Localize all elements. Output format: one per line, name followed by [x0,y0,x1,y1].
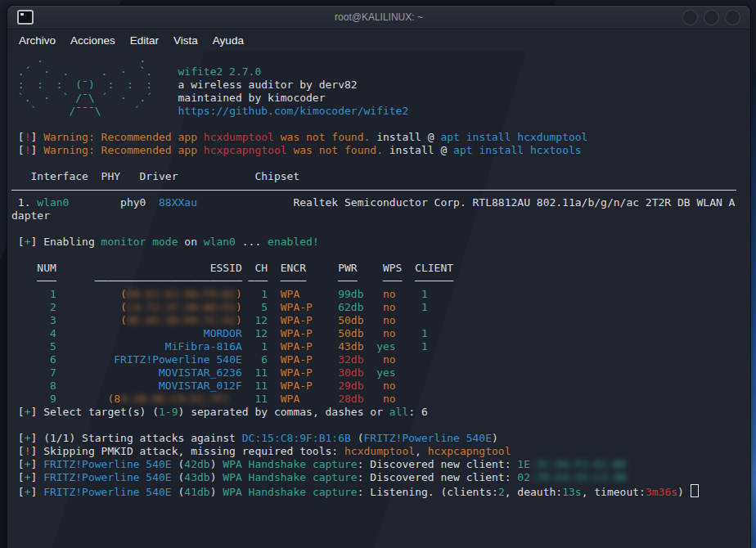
network-row-2: 2 (C4:72:1F:38:AD:E5) 5 WPA-P 62db no 1 [11,301,750,314]
handshake-client-1: [+] FRITZ!Powerline 540E (42db) WPA Hand… [11,458,750,471]
terminal-output: . . .´ · . . · `. wifite2 2.7.0 : : : (¯… [11,52,750,497]
menu-item-archivo[interactable]: Archivo [19,34,56,47]
menubar: ArchivoAccionesEditarVistaAyuda [7,29,750,52]
terminal-window: root@KALILINUX: ~ ArchivoAccionesEditarV… [7,5,751,548]
banner-art-4: `. · ` /¯\ ´ · .´ maintained by kimocode… [11,92,750,105]
window-button-minimize[interactable] [682,10,698,25]
network-table-underline: ─── ─────────────────────── ─── ──── ───… [11,275,750,288]
handshake-listening-status: [+] FRITZ!Powerline 540E (41db) WPA Hand… [11,484,750,497]
banner-art-1: . . [11,52,750,65]
interface-table-separator [11,183,750,196]
warning-hcxpcapngtool: [!] Warning: Recommended app hcxpcapngto… [11,144,750,157]
warning-hcxdumptool: [!] Warning: Recommended app hcxdumptool… [11,131,750,144]
interface-row-wlan0-wrap: dapter [11,209,750,222]
network-row-8: 8 MOVISTAR_012F 11 WPA-P 29db no [11,380,750,393]
monitor-mode-status: [+] Enabling monitor mode on wlan0 ... e… [11,236,750,249]
blank-line [11,419,750,432]
blank-line [11,249,750,262]
window-controls [682,10,750,25]
attack-start-message: [+] (1/1) Starting attacks against DC:15… [11,432,750,445]
menu-item-vista[interactable]: Vista [173,34,198,47]
interface-row-wlan0: 1. wlan0 phy0 88XXau Realtek Semiconduct… [11,196,750,209]
pmkid-skip-warning: [!] Skipping PMKID attack, missing requi… [11,445,750,458]
network-row-6: 6 FRITZ!Powerline 540E 6 WPA-P 32db no [11,353,750,366]
blank-line [11,118,750,131]
titlebar[interactable]: root@KALILINUX: ~ [7,6,750,29]
window-title: root@KALILINUX: ~ [7,11,750,23]
network-row-5: 5 MiFibra-816A 1 WPA-P 43db yes 1 [11,340,750,353]
network-row-1: 1 (D8:61:62:9A:F0:B2) 1 WPA 99db no 1 [11,288,750,301]
window-button-close[interactable] [725,10,740,25]
network-row-7: 7 MOVISTAR_6236 11 WPA-P 30db yes [11,366,750,380]
blank-line [11,222,750,236]
menu-item-ayuda[interactable]: Ayuda [213,34,244,47]
right-edge-strip [750,72,756,548]
interface-table-header: Interface PHY Driver Chipset [11,170,750,183]
network-row-9: 9 (84:2B:0E:C9:D1:7F) 11 WPA 28db no [11,393,750,406]
separator-line [11,190,736,191]
menu-item-acciones[interactable]: Acciones [70,34,115,47]
banner-art-3: : : : (¯) : : : a wireless auditor by de… [11,79,750,92]
network-row-3: 3 (9E:A5:3D:60:7C:42) 12 WPA-P 50db no [11,314,750,327]
terminal-screen[interactable]: . . .´ · . . · `. wifite2 2.7.0 : : : (¯… [7,51,750,548]
network-row-4: 4 MORDOR 12 WPA-P 50db no 1 [11,327,750,340]
banner-art-5: ` /¯¯¯\ ´ https://github.com/kimocoder/w… [11,105,750,118]
select-target-prompt: [+] Select target(s) (1-9) separated by … [11,406,750,419]
banner-art-2: .´ · . . · `. wifite2 2.7.0 [11,65,750,79]
network-table-header: NUM ESSID CH ENCR PWR WPS CLIENT [11,262,750,275]
terminal-cursor [691,484,699,497]
menu-item-editar[interactable]: Editar [130,34,159,47]
handshake-client-2: [+] FRITZ!Powerline 540E (43db) WPA Hand… [11,471,750,484]
blank-line [11,157,750,170]
window-button-maximize[interactable] [704,10,719,25]
desktop: root@KALILINUX: ~ ArchivoAccionesEditarV… [0,0,756,548]
